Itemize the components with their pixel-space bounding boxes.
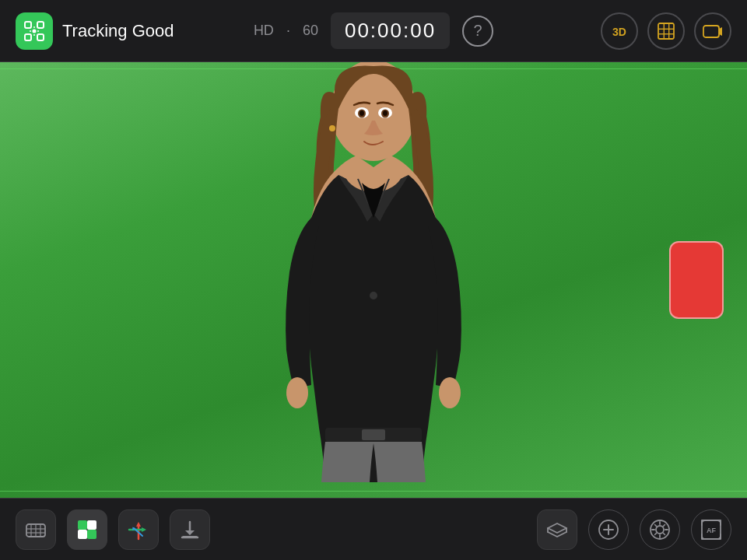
svg-point-24 — [383, 110, 388, 116]
axes-button[interactable] — [118, 509, 159, 550]
svg-point-26 — [370, 292, 377, 299]
help-button[interactable]: ? — [462, 16, 493, 47]
svg-text:AF: AF — [707, 527, 716, 534]
svg-rect-1 — [37, 22, 44, 28]
plus-icon — [598, 519, 619, 541]
exposure-button[interactable] — [640, 509, 680, 550]
svg-marker-48 — [185, 530, 195, 535]
resolution-label: HD — [254, 23, 274, 39]
chroma-key-icon — [75, 518, 99, 541]
svg-rect-0 — [25, 22, 31, 28]
timecode-display: 00:00:00 — [331, 12, 450, 49]
tracking-status-label: Tracking Good — [62, 21, 174, 41]
camera-button[interactable] — [694, 12, 731, 50]
footer-right-controls: AF — [537, 509, 731, 550]
svg-marker-44 — [142, 527, 146, 532]
threed-icon: 3D — [606, 18, 633, 44]
svg-marker-42 — [136, 522, 141, 527]
ar-layers-button[interactable] — [537, 509, 577, 550]
svg-rect-2 — [25, 34, 31, 40]
svg-rect-39 — [78, 530, 87, 539]
svg-line-62 — [663, 524, 665, 526]
svg-text:3D: 3D — [612, 26, 626, 38]
footer-left-controls — [16, 509, 210, 550]
svg-rect-3 — [37, 34, 44, 40]
record-button[interactable] — [669, 241, 724, 319]
fps-label: 60 — [303, 23, 318, 39]
af-icon: AF — [700, 519, 722, 541]
separator-dot: · — [286, 23, 290, 39]
header-center: HD · 60 00:00:00 ? — [254, 12, 493, 49]
person-silhouette — [241, 62, 506, 498]
header-bar: Tracking Good HD · 60 00:00:00 ? 3D — [0, 0, 747, 62]
svg-rect-40 — [87, 530, 96, 539]
svg-point-25 — [329, 125, 335, 131]
axes-icon — [127, 518, 150, 541]
svg-rect-37 — [78, 520, 87, 530]
tracking-status-icon — [16, 12, 53, 50]
header-left: Tracking Good — [16, 12, 254, 50]
threed-button[interactable]: 3D — [601, 12, 638, 50]
keyboard-grid-button[interactable] — [16, 509, 56, 550]
svg-line-63 — [655, 533, 657, 534]
autofocus-button[interactable]: AF — [691, 509, 731, 550]
svg-rect-10 — [658, 23, 674, 39]
svg-rect-28 — [362, 429, 385, 440]
video-preview — [0, 62, 747, 498]
svg-point-21 — [359, 110, 364, 116]
ar-layers-icon — [545, 517, 570, 542]
person-subject — [241, 62, 506, 498]
crosshair-icon — [23, 19, 46, 43]
import-button[interactable] — [170, 509, 210, 550]
chroma-key-button[interactable] — [67, 509, 107, 550]
svg-rect-38 — [87, 520, 96, 530]
svg-line-61 — [663, 533, 665, 534]
header-right: 3D — [493, 12, 731, 50]
keyboard-icon — [24, 518, 47, 541]
grid-overlay-icon — [655, 20, 677, 42]
import-icon — [178, 518, 202, 541]
svg-rect-50 — [182, 536, 198, 538]
svg-point-30 — [439, 377, 461, 408]
svg-point-29 — [286, 377, 308, 408]
camera-icon — [701, 19, 724, 43]
svg-point-4 — [33, 29, 37, 33]
overlay-button[interactable] — [647, 12, 685, 50]
footer-bar: AF — [0, 498, 747, 560]
svg-line-60 — [655, 524, 657, 526]
exposure-icon — [649, 519, 671, 541]
add-button[interactable] — [588, 509, 629, 550]
svg-rect-15 — [703, 26, 719, 37]
svg-point-55 — [656, 526, 664, 534]
